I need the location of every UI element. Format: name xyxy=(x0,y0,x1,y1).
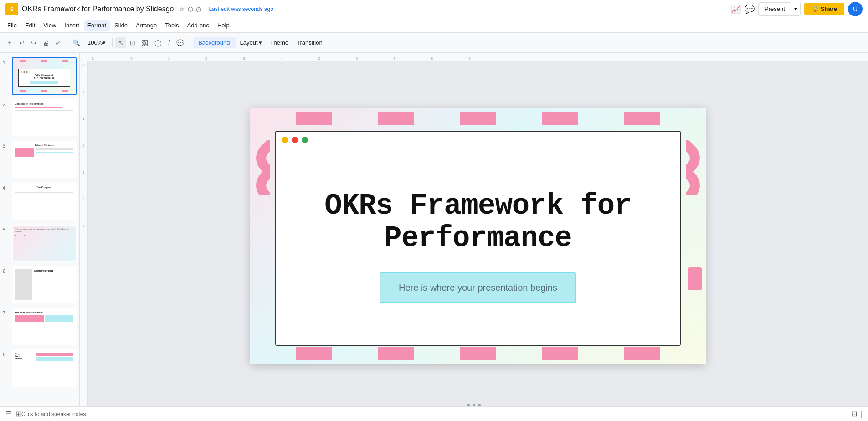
deco-left xyxy=(252,131,270,341)
line-tool[interactable]: / xyxy=(165,37,173,48)
slide-container: OKRs Framework for Performance Here is w… xyxy=(88,72,868,400)
slide-num-8: 8 xyxy=(3,352,9,357)
slide-list-icon[interactable]: ☰ xyxy=(5,410,12,418)
slide-thumb-5[interactable]: 5 "This is a quote great for showing wha… xyxy=(2,224,77,263)
deco-block xyxy=(624,347,660,360)
history-icon[interactable]: ◷ xyxy=(196,5,201,13)
deco-block xyxy=(542,112,578,125)
canvas-area: -1 0 1 2 3 4 5 6 7 8 9 -1 0 1 2 3 4 xyxy=(80,53,868,406)
nav-dot[interactable] xyxy=(478,404,481,406)
slide-num-7: 7 xyxy=(3,311,9,316)
slide-panel: 1 xyxy=(0,53,80,406)
deco-block xyxy=(378,112,414,125)
analytics-icon[interactable]: 📈 xyxy=(731,4,741,14)
slide-preview-7[interactable]: The Slide Title Goes Here! xyxy=(12,308,77,345)
menu-addons[interactable]: Add-ons xyxy=(184,20,213,31)
star-icon[interactable]: ☆ xyxy=(179,5,185,13)
svg-text:S: S xyxy=(10,7,14,12)
menu-insert[interactable]: Insert xyxy=(61,20,83,31)
menu-help[interactable]: Help xyxy=(214,20,233,31)
toolbar-sep-2 xyxy=(112,38,113,47)
image-tool[interactable]: 🖼 xyxy=(139,37,151,48)
present-dropdown[interactable]: ▾ xyxy=(791,2,800,15)
browser-dot-yellow xyxy=(282,137,288,143)
title-icons: ☆ ⬡ ◷ xyxy=(179,5,201,13)
menu-view[interactable]: View xyxy=(40,20,60,31)
comment-tool[interactable]: 💬 xyxy=(174,37,187,48)
drive-icon[interactable]: ⬡ xyxy=(188,5,193,13)
deco-block xyxy=(378,347,414,360)
deco-block xyxy=(460,347,496,360)
background-button[interactable]: Background xyxy=(193,37,235,48)
slide-title: OKRs Framework for Performance xyxy=(285,190,671,254)
browser-content[interactable]: OKRs Framework for Performance Here is w… xyxy=(276,148,680,345)
slide-preview-6[interactable]: About the Project xyxy=(12,266,77,303)
deco-block xyxy=(542,347,578,360)
grid-view-icon[interactable]: ⊞ xyxy=(15,410,21,418)
deco-block xyxy=(624,112,660,125)
comments-icon[interactable]: 💬 xyxy=(745,4,755,14)
slide-num-1: 1 xyxy=(3,60,9,65)
bottom-left: ☰ ⊞ xyxy=(5,410,21,418)
share-button[interactable]: 🔒 Share xyxy=(804,3,844,15)
slide-thumb-2[interactable]: 2 Contents of This Template xyxy=(2,98,77,138)
page-navigation xyxy=(80,404,868,406)
toolbar: ＋ ↩ ↪ 🖨 ✓ 🔍 100%▾ ↖ ⊡ 🖼 ◯ / 💬 Background… xyxy=(0,33,868,53)
fit-to-window-icon[interactable]: ⊡ xyxy=(851,410,857,418)
menu-arrange[interactable]: Arrange xyxy=(132,20,160,31)
slide-thumb-4[interactable]: 4 Our Company xyxy=(2,182,77,221)
subtitle-box[interactable]: Here is where your presentation begins xyxy=(380,272,576,303)
last-edit-link[interactable]: Last edit was seconds ago xyxy=(209,6,273,12)
menu-tools[interactable]: Tools xyxy=(161,20,182,31)
speaker-notes-area[interactable]: Click to add speaker notes xyxy=(21,411,851,417)
add-button[interactable]: ＋ xyxy=(4,37,15,49)
zoom-out-button[interactable]: 🔍 xyxy=(70,37,83,48)
zoom-level[interactable]: 100%▾ xyxy=(84,37,109,48)
menu-format[interactable]: Format xyxy=(84,20,110,31)
slide-preview-3[interactable]: Table of Contents xyxy=(12,141,77,178)
slide-preview-5[interactable]: "This is a quote great for showing what … xyxy=(12,225,77,262)
toolbar-sep-1 xyxy=(67,38,67,47)
transition-button[interactable]: Transition xyxy=(293,37,326,48)
menu-slide[interactable]: Slide xyxy=(111,20,131,31)
shape-tool[interactable]: ◯ xyxy=(152,37,164,48)
deco-block xyxy=(296,112,332,125)
slide-preview-2[interactable]: Contents of This Template xyxy=(12,99,77,137)
main-area: 1 xyxy=(0,53,868,406)
deco-bottom-blocks xyxy=(273,347,683,360)
slide-num-2: 2 xyxy=(3,102,9,107)
top-bar: S OKRs Framework for Performance by Slid… xyxy=(0,0,868,18)
slide-num-3: 3 xyxy=(3,144,9,149)
layout-button[interactable]: Layout▾ xyxy=(236,37,266,48)
slide-preview-8[interactable]: Stop,Start,Proceed xyxy=(12,349,77,387)
deco-right xyxy=(686,131,704,341)
redo-button[interactable]: ↪ xyxy=(28,37,39,48)
menu-file[interactable]: File xyxy=(4,20,21,31)
slide-thumb-1[interactable]: 1 xyxy=(2,56,77,96)
ruler-horizontal: -1 0 1 2 3 4 5 6 7 8 9 xyxy=(80,53,868,61)
slide-thumb-7[interactable]: 7 The Slide Title Goes Here! xyxy=(2,307,77,346)
app-icon: S xyxy=(5,3,18,15)
cursor-position: | xyxy=(861,411,863,418)
select-tool[interactable]: ↖ xyxy=(115,37,126,48)
print-button[interactable]: 🖨 xyxy=(40,37,52,48)
toolbar-sep-3 xyxy=(190,38,190,47)
main-slide[interactable]: OKRs Framework for Performance Here is w… xyxy=(250,108,706,364)
text-box-tool[interactable]: ⊡ xyxy=(127,37,138,48)
browser-chrome xyxy=(276,132,680,148)
slide-thumb-6[interactable]: 6 About the Project xyxy=(2,265,77,304)
spellcheck-button[interactable]: ✓ xyxy=(53,37,64,48)
nav-dot[interactable] xyxy=(473,404,475,406)
undo-button[interactable]: ↩ xyxy=(16,37,27,48)
slide-thumb-8[interactable]: 8 Stop,Start,Proceed xyxy=(2,349,77,388)
theme-button[interactable]: Theme xyxy=(267,37,292,48)
browser-dot-green xyxy=(302,137,308,143)
present-button[interactable]: Present xyxy=(759,2,791,15)
slide-preview-4[interactable]: Our Company xyxy=(12,183,77,220)
menu-edit[interactable]: Edit xyxy=(21,20,39,31)
user-avatar[interactable]: U xyxy=(848,2,863,16)
slide-thumb-3[interactable]: 3 Table of Contents xyxy=(2,140,77,179)
slide-preview-1[interactable]: OKRs Frameworkfor Performance xyxy=(12,57,77,95)
deco-block xyxy=(296,347,332,360)
nav-dot[interactable] xyxy=(467,404,470,406)
